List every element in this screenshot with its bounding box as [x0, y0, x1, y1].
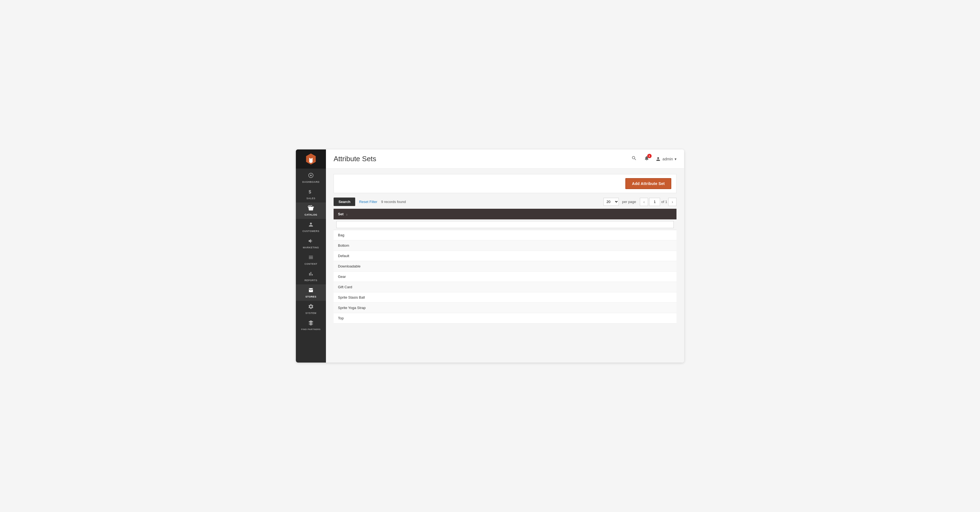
sidebar-item-customers[interactable]: CUSTOMERS [296, 219, 326, 235]
customers-icon [308, 222, 314, 229]
svg-text:$: $ [309, 189, 311, 194]
notification-badge: 1 [647, 154, 652, 158]
cell-set: Sprite Stasis Ball [334, 292, 676, 303]
sidebar-item-content-label: CONTENT [305, 263, 317, 265]
sidebar-item-stores-label: STORES [305, 295, 317, 298]
svg-point-2 [310, 174, 312, 176]
page-title: Attribute Sets [334, 155, 376, 163]
per-page-label: per page [622, 200, 636, 204]
sidebar-item-sales-label: SALES [307, 197, 315, 200]
table-row[interactable]: Bag [334, 230, 676, 241]
table-row[interactable]: Top [334, 313, 676, 323]
sidebar-item-marketing[interactable]: MARKETING [296, 235, 326, 252]
attribute-sets-table: Set ↓ BagBottomDefaultDownloadableGearGi… [334, 209, 676, 323]
table-row[interactable]: Default [334, 251, 676, 261]
sidebar-item-partners[interactable]: FIND PARTNERS [296, 317, 326, 333]
cell-set: Bag [334, 230, 676, 241]
table-row[interactable]: Sprite Yoga Strap [334, 303, 676, 313]
reports-icon [308, 271, 314, 278]
marketing-icon [308, 238, 314, 245]
sidebar-item-reports-label: REPORTS [304, 279, 317, 282]
per-page-select[interactable]: 20 30 50 100 200 [603, 198, 619, 206]
sidebar-item-reports[interactable]: REPORTS [296, 268, 326, 284]
sidebar: DASHBOARD $ SALES CATALOG CUSTOMERS [296, 149, 326, 363]
add-attribute-set-button[interactable]: Add Attribute Set [625, 178, 671, 189]
dashboard-icon [308, 173, 314, 180]
cell-set: Downloadable [334, 261, 676, 271]
cell-set: Sprite Yoga Strap [334, 303, 676, 313]
table-row[interactable]: Bottom [334, 241, 676, 251]
sort-icon: ↓ [346, 212, 348, 216]
search-bar-row: Search Reset Filter 9 records found 20 3… [334, 198, 676, 206]
filter-cell-set [334, 219, 676, 230]
sales-icon: $ [308, 189, 314, 196]
sidebar-item-stores[interactable]: STORES [296, 284, 326, 301]
sidebar-item-system-label: SYSTEM [305, 312, 317, 314]
pagination-nav: ‹ of 1 › [640, 198, 676, 206]
admin-user-menu[interactable]: admin ▾ [655, 156, 676, 162]
content-area: Add Attribute Set Search Reset Filter 9 … [326, 168, 684, 329]
table-row[interactable]: Downloadable [334, 261, 676, 271]
column-header-set[interactable]: Set ↓ [334, 209, 676, 219]
table-row[interactable]: Sprite Stasis Ball [334, 292, 676, 303]
catalog-icon [308, 205, 314, 212]
next-page-button[interactable]: › [668, 198, 676, 206]
page-number-input[interactable] [649, 198, 660, 206]
prev-page-button[interactable]: ‹ [640, 198, 648, 206]
table-header-row: Set ↓ [334, 209, 676, 219]
table-filter-row [334, 219, 676, 230]
header-search-button[interactable] [630, 154, 638, 163]
system-icon [308, 304, 314, 311]
sidebar-item-sales[interactable]: $ SALES [296, 186, 326, 203]
admin-user-label: admin [663, 157, 673, 161]
sidebar-logo [296, 149, 326, 168]
sidebar-item-dashboard-label: DASHBOARD [302, 181, 320, 183]
notification-button[interactable]: 1 [643, 154, 651, 163]
pagination-controls: 20 30 50 100 200 per page ‹ of 1 › [603, 198, 676, 206]
cell-set: Top [334, 313, 676, 323]
table-row[interactable]: Gift Card [334, 282, 676, 292]
search-button[interactable]: Search [334, 198, 355, 206]
sidebar-navigation: DASHBOARD $ SALES CATALOG CUSTOMERS [296, 168, 326, 333]
content-icon [308, 254, 314, 262]
reset-filter-link[interactable]: Reset Filter [359, 200, 377, 204]
stores-icon [308, 287, 314, 295]
cell-set: Gift Card [334, 282, 676, 292]
cell-set: Default [334, 251, 676, 261]
toolbar-row: Add Attribute Set [334, 174, 676, 193]
sidebar-item-content[interactable]: CONTENT [296, 252, 326, 268]
total-pages: of 1 [661, 200, 667, 204]
records-found: 9 records found [381, 200, 600, 204]
set-filter-input[interactable] [336, 221, 674, 228]
top-header: Attribute Sets 1 admin ▾ [326, 149, 684, 168]
sidebar-item-customers-label: CUSTOMERS [302, 230, 320, 233]
table-row[interactable]: Gear [334, 271, 676, 282]
sidebar-item-catalog[interactable]: CATALOG [296, 203, 326, 219]
header-actions: 1 admin ▾ [630, 154, 676, 163]
cell-set: Gear [334, 271, 676, 282]
column-set-label: Set [338, 212, 344, 216]
admin-dropdown-icon: ▾ [675, 157, 676, 161]
table-body: BagBottomDefaultDownloadableGearGift Car… [334, 230, 676, 323]
main-content: Attribute Sets 1 admin ▾ Add A [326, 149, 684, 363]
search-icon [632, 155, 637, 161]
sidebar-item-partners-label: FIND PARTNERS [301, 328, 321, 331]
user-icon [655, 156, 661, 162]
partners-icon [308, 320, 314, 327]
cell-set: Bottom [334, 241, 676, 251]
magento-logo-icon [305, 153, 317, 165]
sidebar-item-dashboard[interactable]: DASHBOARD [296, 170, 326, 186]
sidebar-item-marketing-label: MARKETING [303, 246, 319, 249]
sidebar-item-catalog-label: CATALOG [305, 213, 317, 216]
sidebar-item-system[interactable]: SYSTEM [296, 301, 326, 317]
per-page-dropdown[interactable]: 20 30 50 100 200 [603, 198, 619, 206]
